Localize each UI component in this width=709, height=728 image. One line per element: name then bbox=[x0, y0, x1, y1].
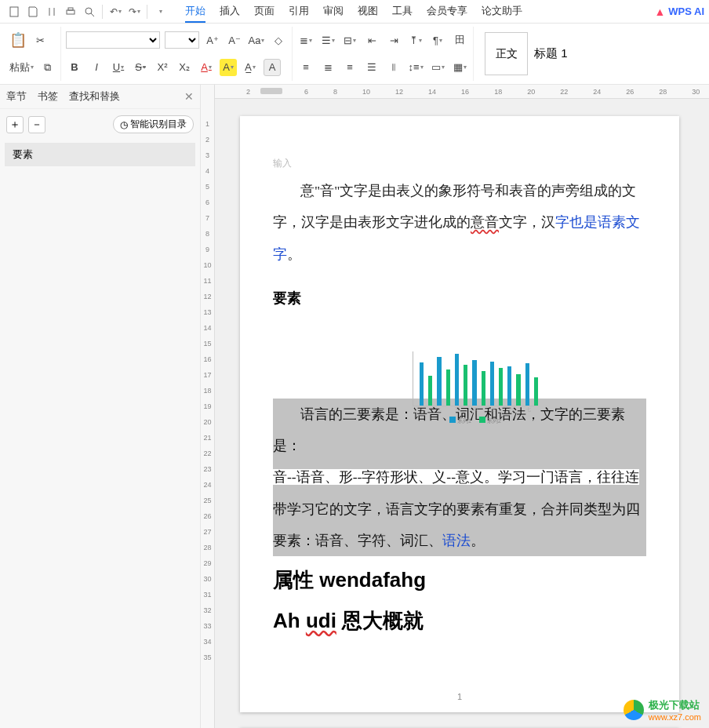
undo-split-icon[interactable] bbox=[42, 2, 61, 21]
clock-icon: ◷ bbox=[120, 119, 128, 130]
align-center-button[interactable]: ≣ bbox=[319, 59, 336, 76]
redo-icon[interactable]: ↷▾ bbox=[125, 2, 144, 21]
tab-insert[interactable]: 插入 bbox=[220, 1, 240, 23]
tab-tools[interactable]: 工具 bbox=[392, 1, 413, 23]
chart-legend: 系列1系列2 bbox=[413, 417, 538, 425]
char-border-button[interactable]: A bbox=[264, 59, 281, 76]
expand-button[interactable]: ＋ bbox=[6, 116, 24, 133]
sidebar-tab-findreplace[interactable]: 查找和替换 bbox=[69, 89, 120, 104]
font-grow-button[interactable]: A⁺ bbox=[204, 31, 221, 49]
indent-marker[interactable] bbox=[260, 88, 282, 94]
sidebar-tab-bookmarks[interactable]: 书签 bbox=[38, 89, 58, 104]
bullets-button[interactable]: ≣▾ bbox=[297, 31, 315, 49]
undo-icon[interactable]: ↶▾ bbox=[106, 2, 125, 21]
wps-ai-button[interactable]: ▲WPS AI bbox=[654, 5, 704, 18]
highlight-button[interactable]: A▾ bbox=[220, 59, 237, 76]
navigation-sidebar: 章节 书签 查找和替换 ✕ ＋ － ◷ 智能识别目录 要素 bbox=[0, 85, 201, 728]
clipboard-group: 📋 ✂ 粘贴▾ ⧉ bbox=[5, 27, 61, 81]
superscript-button[interactable]: X² bbox=[154, 59, 171, 76]
strike-button[interactable]: S▾ bbox=[132, 59, 149, 76]
chart-bars bbox=[413, 351, 538, 406]
smart-toc-button[interactable]: ◷ 智能识别目录 bbox=[113, 115, 194, 133]
heading-attribute[interactable]: 属性 wendafahg bbox=[273, 564, 646, 597]
clear-format-button[interactable]: ◇ bbox=[270, 31, 287, 49]
watermark-logo-icon bbox=[624, 700, 644, 720]
watermark-text: 极光下载站 bbox=[649, 699, 700, 711]
font-family-select[interactable] bbox=[66, 31, 160, 49]
numbering-button[interactable]: ☰▾ bbox=[319, 31, 336, 49]
indent-dec-button[interactable]: ⇤ bbox=[363, 31, 380, 49]
document-area: 1234567891011121314151617181920212223242… bbox=[201, 85, 709, 728]
print-preview-icon[interactable] bbox=[80, 2, 99, 21]
font-color-button[interactable]: A▾ bbox=[198, 59, 215, 76]
input-hint: 输入 bbox=[273, 157, 646, 170]
sidebar-item-yaosu[interactable]: 要素 bbox=[5, 143, 195, 166]
tab-reference[interactable]: 引用 bbox=[289, 1, 309, 23]
sidebar-tabs: 章节 书签 查找和替换 ✕ bbox=[0, 85, 200, 109]
document-page[interactable]: 输入 意"音"文字是由表义的象形符号和表音的声旁组成的文字，汉字是由表形文字进化… bbox=[240, 116, 679, 712]
paragraph-group: ≣▾ ☰▾ ⊟▾ ⇤ ⇥ ⤒▾ ¶▾ 田 ≡ ≣ ≡ ☰ ⫴ ↕≡▾ ▭▾ ▦▾ bbox=[293, 27, 474, 81]
hyperlink-2[interactable]: 语法 bbox=[442, 533, 471, 548]
sidebar-close-icon[interactable]: ✕ bbox=[184, 90, 194, 103]
tab-start[interactable]: 开始 bbox=[185, 1, 205, 23]
tab-view[interactable]: 视图 bbox=[358, 1, 378, 23]
svg-line-4 bbox=[91, 13, 94, 16]
sort-button[interactable]: ⤒▾ bbox=[407, 31, 424, 49]
tab-page[interactable]: 页面 bbox=[254, 1, 275, 23]
ai-logo-icon: ▲ bbox=[654, 5, 665, 18]
copy-button[interactable]: ⧉ bbox=[38, 59, 56, 76]
styles-group: 正文 标题 1 bbox=[474, 27, 573, 81]
svg-rect-2 bbox=[68, 8, 73, 10]
style-heading1[interactable]: 标题 1 bbox=[534, 46, 568, 61]
main-area: 章节 书签 查找和替换 ✕ ＋ － ◷ 智能识别目录 要素 1234567891… bbox=[0, 85, 709, 728]
svg-rect-1 bbox=[67, 10, 75, 14]
borders-button[interactable]: ▦▾ bbox=[451, 59, 468, 76]
new-icon[interactable] bbox=[5, 2, 24, 21]
chart-xticks: 一二三四五六七 bbox=[413, 406, 538, 413]
save-icon[interactable] bbox=[24, 2, 42, 21]
paste-button[interactable]: 粘贴▾ bbox=[9, 59, 34, 76]
tab-member[interactable]: 会员专享 bbox=[427, 1, 467, 23]
sidebar-tools: ＋ － ◷ 智能识别目录 bbox=[0, 109, 200, 140]
horizontal-ruler[interactable]: 2468101214161820222426283032 bbox=[215, 85, 709, 99]
more-icon[interactable]: ▾ bbox=[151, 2, 169, 21]
line-spacing-button[interactable]: ↕≡▾ bbox=[407, 59, 424, 76]
collapse-button[interactable]: － bbox=[28, 116, 45, 133]
align-left-button[interactable]: ≡ bbox=[297, 59, 315, 76]
border-button[interactable]: 田 bbox=[451, 31, 468, 49]
svg-rect-0 bbox=[10, 7, 18, 16]
section-heading-yaosu[interactable]: 要素 bbox=[273, 289, 646, 308]
shading-button[interactable]: ▭▾ bbox=[429, 59, 446, 76]
style-body[interactable]: 正文 bbox=[485, 32, 528, 75]
sidebar-tab-chapters[interactable]: 章节 bbox=[6, 89, 27, 104]
vertical-ruler[interactable]: 1234567891011121314151617181920212223242… bbox=[201, 85, 215, 728]
align-justify-button[interactable]: ☰ bbox=[363, 59, 380, 76]
underline-button[interactable]: U▾ bbox=[110, 59, 127, 76]
font-shrink-button[interactable]: A⁻ bbox=[226, 31, 243, 49]
tab-thesis[interactable]: 论文助手 bbox=[482, 1, 522, 23]
change-case-button[interactable]: Aa▾ bbox=[248, 31, 265, 49]
cut-button[interactable]: ✂ bbox=[31, 31, 49, 49]
ribbon: 📋 ✂ 粘贴▾ ⧉ A⁺ A⁻ Aa▾ ◇ B I U▾ S▾ X² X₂ A▾… bbox=[0, 24, 709, 85]
print-icon[interactable] bbox=[61, 2, 80, 21]
tab-review[interactable]: 审阅 bbox=[323, 1, 344, 23]
page-number: 1 bbox=[240, 692, 679, 701]
font-group: A⁺ A⁻ Aa▾ ◇ B I U▾ S▾ X² X₂ A▾ A▾ A̲▾ A bbox=[61, 27, 293, 81]
show-marks-button[interactable]: ¶▾ bbox=[429, 31, 446, 49]
svg-point-3 bbox=[85, 8, 92, 14]
watermark: 极光下载站 www.xz7.com bbox=[624, 698, 701, 722]
subscript-button[interactable]: X₂ bbox=[176, 59, 193, 76]
font-size-select[interactable] bbox=[165, 31, 199, 49]
multilevel-button[interactable]: ⊟▾ bbox=[341, 31, 358, 49]
heading-ah-udi[interactable]: Ah udi 恩大概就 bbox=[273, 605, 646, 638]
char-shading-button[interactable]: A̲▾ bbox=[242, 59, 259, 76]
italic-button[interactable]: I bbox=[88, 59, 105, 76]
clipboard-icon[interactable]: 📋 bbox=[9, 31, 27, 49]
align-right-button[interactable]: ≡ bbox=[341, 59, 358, 76]
distribute-button[interactable]: ⫴ bbox=[385, 59, 402, 76]
indent-inc-button[interactable]: ⇥ bbox=[385, 31, 402, 49]
paragraph-1[interactable]: 意"音"文字是由表义的象形符号和表音的声旁组成的文字，汉字是由表形文字进化成的意… bbox=[273, 175, 646, 270]
watermark-url: www.xz7.com bbox=[649, 712, 701, 722]
embedded-chart[interactable]: 一二三四五六七 系列1系列2 bbox=[413, 351, 538, 430]
bold-button[interactable]: B bbox=[66, 59, 83, 76]
